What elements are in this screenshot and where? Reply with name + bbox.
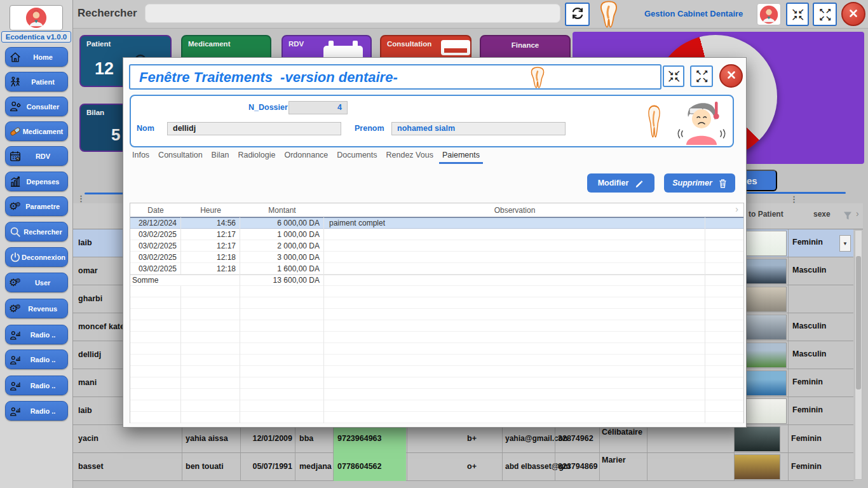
bg-row-right[interactable]: Feminin ▼ [734, 229, 853, 257]
bg-table-row[interactable]: basset ben touati 05/07/1991 medjana 077… [73, 453, 853, 481]
sidebar-item-consulter[interactable]: Consulter [5, 97, 68, 116]
nom-label: Nom [137, 124, 154, 133]
tab-documents[interactable]: Documents [337, 151, 377, 164]
calendar-icon [9, 150, 22, 163]
empty-row [130, 400, 743, 412]
expand-arrows-icon: ↖ ↗↙ ↘ [696, 69, 708, 83]
bg-row-name[interactable]: gharbi [73, 285, 123, 313]
tab-ordonnance[interactable]: Ordonnance [284, 151, 328, 164]
n-dossier-field[interactable]: 4 [288, 101, 348, 114]
tab-infos[interactable]: Infos [132, 151, 149, 164]
refresh-button[interactable] [565, 3, 590, 26]
bg-row-right[interactable]: Masculin [734, 257, 853, 285]
sidebar-item-radio-4[interactable]: Radio .. [5, 401, 68, 421]
col-heure[interactable]: Heure [181, 206, 240, 215]
prenom-field[interactable]: nohamed sialm [391, 122, 566, 135]
tab-paiements[interactable]: Paiements [442, 151, 480, 164]
bg-row-right[interactable] [734, 285, 853, 313]
bg-table-row[interactable]: yacin yahia aissa 12/01/2009 bba 9723964… [73, 425, 853, 453]
gear-icon: ⚙⚙ [9, 201, 21, 212]
compress-arrows-icon: ↘ ↙↗ ↖ [668, 69, 680, 83]
pencil-icon [635, 179, 644, 187]
bg-row-right[interactable]: Feminin [734, 397, 853, 425]
app-logo [10, 5, 63, 30]
modal-minimize-button[interactable]: ↘ ↙↗ ↖ [663, 65, 684, 87]
payment-row[interactable]: 28/12/2024 14:56 6 000,00 DA paiment com… [130, 217, 743, 229]
home-icon [9, 51, 22, 64]
tooth-icon [598, 1, 620, 30]
bg-row-name[interactable]: dellidj [73, 341, 123, 369]
bg-row-name[interactable]: mani [73, 369, 123, 397]
close-app-button[interactable] [841, 2, 865, 26]
sidebar-item-parametre[interactable]: ⚙⚙ Parametre [5, 196, 68, 216]
tab-consultation[interactable]: Consultation [158, 151, 203, 164]
empty-row [130, 389, 743, 400]
chevron-right-icon[interactable]: › [856, 208, 859, 219]
patient-photo [740, 398, 787, 424]
gear-icon: ⚙⚙ [9, 304, 21, 314]
modal-maximize-button[interactable]: ↖ ↗↙ ↘ [690, 65, 713, 87]
bg-row-right[interactable]: Feminin [734, 369, 853, 397]
patient-photo [740, 287, 787, 312]
bg-row-name[interactable]: omar [73, 257, 123, 285]
user-avatar[interactable] [757, 3, 781, 25]
total-row: Somme 13 600,00 DA [130, 274, 743, 286]
payment-row[interactable]: 03/02/2025 12:18 1 600,00 DA [130, 263, 743, 274]
col-observation[interactable]: Observation [324, 206, 705, 215]
bg-table-scrollbar[interactable] [855, 230, 862, 480]
search-input[interactable] [145, 4, 560, 23]
tooth-icon [647, 105, 661, 140]
bg-row-right[interactable]: Masculin [734, 313, 853, 341]
modal-close-button[interactable] [719, 64, 743, 88]
patient-photo [734, 454, 780, 480]
trash-icon [719, 179, 727, 188]
scrollbar-thumb[interactable] [856, 256, 861, 390]
power-icon [9, 251, 22, 264]
sidebar-item-medicament[interactable]: Medicament [5, 121, 68, 141]
minimize-button[interactable]: ↘ ↙↗ ↖ [786, 3, 809, 26]
col-montant[interactable]: Montant [240, 206, 324, 215]
empty-row [130, 377, 743, 389]
sidebar-item-deconnexion[interactable]: Deconnexion [5, 247, 68, 267]
payments-table: Date Heure Montant Observation › 28/12/2… [130, 203, 744, 423]
bg-row-right[interactable]: Masculin [734, 341, 853, 369]
tab-rendez-vous[interactable]: Rendez Vous [386, 151, 433, 164]
tab-radiologie[interactable]: Radiologie [238, 151, 275, 164]
treatments-modal: Fenêtre Traitements -version dentaire- ↘… [123, 57, 747, 428]
sexe-dropdown[interactable]: ▼ [839, 235, 851, 252]
person-chart-icon [9, 379, 22, 392]
sidebar-item-patient[interactable]: Patient [5, 72, 68, 92]
bg-row-name[interactable]: laib [73, 229, 123, 257]
compress-arrows-icon: ↘ ↙↗ ↖ [792, 8, 804, 22]
sidebar-item-revenus[interactable]: ⚙⚙ Revenus [5, 299, 68, 318]
col-date[interactable]: Date [130, 206, 181, 215]
sidebar-item-radio-2[interactable]: Radio .. [5, 349, 68, 369]
sidebar-item-radio-3[interactable]: Radio .. [5, 376, 68, 395]
application-window: Rechercher Gestion Cabinet Dentaire ↘ ↙↗… [0, 0, 868, 488]
sidebar-item-depenses[interactable]: Depenses [5, 172, 68, 191]
tab-bilan[interactable]: Bilan [212, 151, 229, 164]
sidebar-item-radio-1[interactable]: Radio .. [5, 325, 68, 344]
filter-icon[interactable] [843, 211, 852, 220]
nom-field[interactable]: dellidj [167, 122, 341, 135]
patient-photo [740, 370, 787, 396]
chevron-right-icon[interactable]: › [735, 204, 738, 214]
modify-button[interactable]: Modifier [587, 173, 654, 193]
sidebar-item-rdv[interactable]: RDV [5, 146, 68, 166]
payment-row[interactable]: 03/02/2025 12:17 2 000,00 DA [130, 240, 743, 252]
bg-row-name[interactable]: moncef kate [73, 313, 123, 341]
bg-row-name[interactable]: laib [73, 397, 123, 425]
maximize-button[interactable]: ↖ ↗↙ ↘ [813, 3, 837, 26]
patient-photo [740, 259, 787, 284]
patient-count: 12 [95, 59, 114, 79]
tooth-icon [529, 67, 546, 91]
bilan-count: 5 [111, 125, 120, 145]
sidebar-item-home[interactable]: Home [5, 47, 68, 67]
payment-row[interactable]: 03/02/2025 12:18 3 000,00 DA [130, 252, 743, 263]
sidebar-item-rechercher[interactable]: Rechercher [5, 222, 68, 241]
payment-row[interactable]: 03/02/2025 12:17 1 000,00 DA [130, 229, 743, 240]
delete-button[interactable]: Supprimer [664, 173, 735, 193]
drag-grip-icon: ⋮ [77, 194, 85, 203]
payments-table-header: Date Heure Montant Observation › [130, 203, 743, 217]
sidebar-item-user[interactable]: ⚙⚙ User [5, 273, 68, 292]
